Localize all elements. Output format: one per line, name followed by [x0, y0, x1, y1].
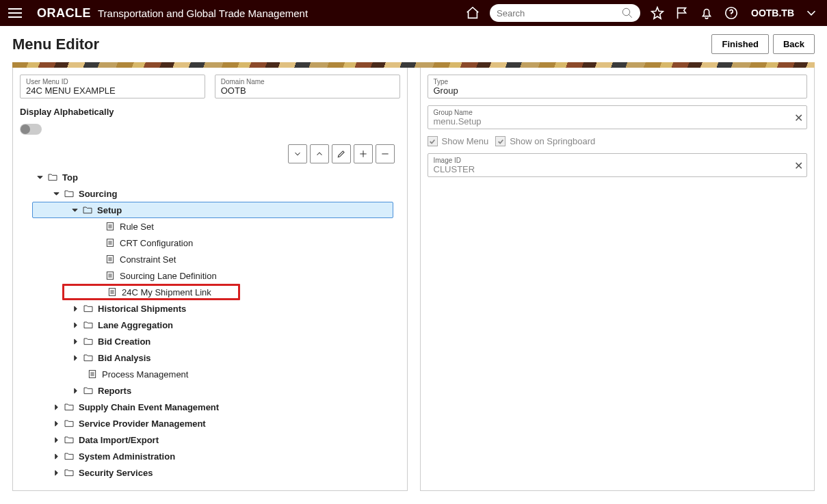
topbar-icons: OOTB.TB [465, 4, 819, 22]
move-down-button[interactable] [288, 144, 307, 163]
tree-leaf-crt-config[interactable]: CRT Configuration [20, 235, 397, 251]
document-icon [105, 270, 116, 281]
help-icon[interactable] [724, 5, 739, 21]
field-value: CLUSTER [434, 164, 802, 174]
display-alpha-toggle[interactable] [20, 124, 42, 135]
folder-icon [83, 336, 94, 347]
tree-node-data-import-export[interactable]: Data Import/Export [20, 432, 397, 448]
tree-node-top[interactable]: Top [20, 169, 397, 185]
domain-name-field[interactable]: Domain Name OOTB [215, 75, 400, 98]
tree-leaf-constraint-set[interactable]: Constraint Set [20, 251, 397, 267]
search-icon[interactable] [621, 7, 633, 19]
caret-right-icon[interactable] [53, 421, 60, 427]
show-menu-checkbox[interactable] [428, 136, 438, 146]
tree-node-system-admin[interactable]: System Administration [20, 448, 397, 464]
brand-logo: ORACLE [37, 6, 91, 21]
product-name: Transportation and Global Trade Manageme… [98, 8, 308, 19]
show-menu-label: Show Menu [442, 136, 489, 146]
caret-right-icon[interactable] [72, 306, 79, 312]
caret-right-icon[interactable] [72, 339, 79, 345]
document-icon [107, 287, 118, 297]
add-button[interactable] [354, 144, 373, 163]
tree-node-bid-creation[interactable]: Bid Creation [20, 333, 397, 349]
tree-node-service-provider[interactable]: Service Provider Management [20, 415, 397, 432]
clear-icon[interactable]: ✕ [794, 111, 803, 124]
field-label: Group Name [434, 109, 802, 116]
tree-node-security-services[interactable]: Security Services [20, 464, 397, 481]
caret-right-icon[interactable] [53, 404, 60, 410]
tree-leaf-sourcing-lane-definition[interactable]: Sourcing Lane Definition [20, 267, 397, 284]
global-search[interactable] [490, 4, 640, 22]
tree-label: Historical Shipments [98, 304, 186, 314]
tree-label: Process Management [102, 369, 188, 380]
tree-node-historical-shipments[interactable]: Historical Shipments [20, 300, 397, 317]
folder-icon [64, 418, 75, 429]
caret-down-icon[interactable] [36, 174, 43, 181]
search-input[interactable] [497, 8, 621, 18]
caret-right-icon[interactable] [53, 453, 60, 460]
chevron-down-icon[interactable] [804, 5, 819, 21]
field-label: Domain Name [221, 78, 394, 85]
field-value: 24C MENU EXAMPLE [26, 85, 199, 96]
caret-down-icon[interactable] [53, 191, 60, 197]
tree-node-reports[interactable]: Reports [20, 382, 397, 399]
menu-hamburger-icon[interactable] [8, 5, 25, 21]
tree-label: Constraint Set [120, 254, 176, 265]
tree-leaf-process-management[interactable]: Process Management [20, 366, 397, 382]
move-up-button[interactable] [310, 144, 329, 163]
caret-right-icon[interactable] [72, 355, 79, 361]
display-alpha-label: Display Alphabetically [20, 107, 400, 117]
finished-button[interactable]: Finished [711, 34, 768, 54]
show-springboard-checkbox[interactable] [495, 136, 506, 146]
tree-label: Reports [98, 386, 131, 396]
tree-toolbar [20, 144, 400, 163]
tree-label: Security Services [79, 468, 153, 478]
home-icon[interactable] [465, 5, 480, 21]
left-panel: User Menu ID 24C MENU EXAMPLE Domain Nam… [12, 68, 408, 491]
flag-icon[interactable] [674, 5, 690, 21]
tree-node-supply-chain[interactable]: Supply Chain Event Management [20, 399, 397, 415]
folder-icon [82, 204, 93, 215]
tree-node-lane-aggregation[interactable]: Lane Aggregation [20, 317, 397, 333]
edit-button[interactable] [332, 144, 351, 163]
caret-right-icon[interactable] [53, 470, 60, 476]
page-header: Menu Editor Finished Back [0, 26, 827, 58]
tree-label: Rule Set [120, 222, 154, 232]
tree-node-setup[interactable]: Setup [32, 202, 393, 218]
field-label: User Menu ID [26, 78, 199, 85]
caret-down-icon[interactable] [71, 207, 78, 213]
user-label[interactable]: OOTB.TB [751, 8, 794, 18]
content-panels: User Menu ID 24C MENU EXAMPLE Domain Nam… [0, 68, 827, 503]
bell-icon[interactable] [699, 5, 714, 21]
show-springboard-label: Show on Springboard [510, 136, 595, 146]
tree-node-sourcing[interactable]: Sourcing [20, 185, 397, 202]
folder-icon [83, 319, 94, 330]
caret-right-icon[interactable] [72, 322, 79, 328]
favorites-icon[interactable] [650, 5, 665, 21]
caret-right-icon[interactable] [53, 437, 60, 443]
tree-label: Bid Creation [98, 336, 150, 347]
tree-leaf-rule-set[interactable]: Rule Set [20, 218, 397, 235]
tree-node-bid-analysis[interactable]: Bid Analysis [20, 349, 397, 366]
tree-label: Supply Chain Event Management [79, 402, 219, 412]
group-name-field[interactable]: Group Name menu.Setup ✕ [428, 105, 808, 129]
tree-leaf-24c-my-shipment-link[interactable]: 24C My Shipment Link [62, 284, 240, 300]
tree-label: Top [62, 172, 78, 183]
user-menu-id-field[interactable]: User Menu ID 24C MENU EXAMPLE [20, 75, 205, 98]
folder-icon [64, 401, 75, 412]
tree-label: CRT Configuration [120, 238, 193, 248]
right-panel: Type Group Group Name menu.Setup ✕ Show … [420, 68, 815, 491]
caret-right-icon[interactable] [72, 388, 79, 394]
clear-icon[interactable]: ✕ [794, 159, 803, 172]
image-id-field[interactable]: Image ID CLUSTER ✕ [428, 153, 808, 177]
menu-tree[interactable]: Top Sourcing Setup Rule Set CRT Confi [20, 169, 400, 481]
tree-label: Bid Analysis [98, 353, 151, 363]
decorative-strip [12, 62, 815, 68]
folder-icon [64, 188, 75, 199]
page-title: Menu Editor [12, 36, 707, 53]
back-button[interactable]: Back [773, 34, 815, 54]
folder-icon [64, 451, 75, 462]
type-field[interactable]: Type Group [428, 75, 808, 98]
field-value: menu.Setup [434, 116, 802, 127]
remove-button[interactable] [376, 144, 395, 163]
